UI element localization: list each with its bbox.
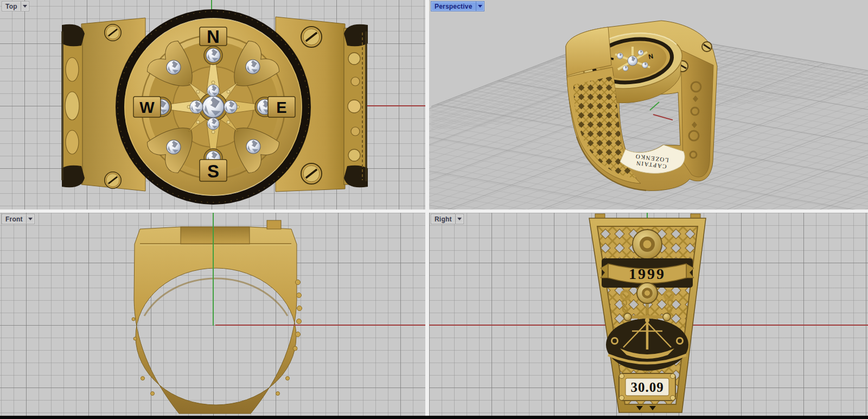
viewport-divider-horizontal[interactable] [0, 210, 868, 213]
ring-perspective-view[interactable]: N CAPTAIN LOZENKO [429, 0, 868, 210]
compass-letter-n: N [207, 27, 220, 47]
viewport-menu-arrow-icon[interactable] [21, 2, 29, 11]
compass-letter-w: W [139, 99, 155, 116]
ring-front-view[interactable] [0, 213, 425, 416]
cad-workspace: N S W E Top [0, 0, 868, 419]
viewport-menu-arrow-icon[interactable] [26, 214, 34, 224]
viewport-menu-arrow-icon[interactable] [476, 2, 484, 11]
compass-letter-s: S [207, 161, 219, 181]
viewport-tab-label: Top [2, 2, 21, 11]
compass-face[interactable]: N S W E [118, 11, 309, 202]
ring-top-view[interactable]: N S W E [0, 0, 425, 210]
engraving-3009: 30.09 [630, 380, 663, 395]
viewport-tab-right[interactable]: Right [431, 214, 464, 224]
ring-right-view[interactable]: 1999 [429, 213, 868, 416]
viewport-tab-label: Right [431, 214, 455, 224]
bottom-black-bar [0, 416, 868, 419]
date-plaque: 30.09 [619, 373, 675, 401]
viewport-tab-label: Perspective [431, 2, 476, 11]
viewport-right[interactable]: 1999 [429, 213, 868, 416]
ring-side-panel[interactable]: 1999 [581, 214, 717, 414]
viewport-tab-front[interactable]: Front [2, 214, 35, 224]
viewport-perspective[interactable]: N CAPTAIN LOZENKO [429, 0, 868, 210]
screw-icon [301, 163, 322, 184]
viewport-front[interactable]: Front [0, 213, 425, 416]
compass-letter-e: E [276, 99, 286, 116]
ring-silhouette[interactable] [132, 220, 302, 414]
screw-icon [301, 27, 322, 47]
bezel-ornament [633, 230, 662, 259]
viewport-tab-perspective[interactable]: Perspective [431, 1, 484, 11]
screw-icon [105, 24, 121, 41]
viewport-top[interactable]: N S W E Top [0, 0, 425, 210]
screw-icon [105, 172, 121, 188]
viewport-tab-top[interactable]: Top [2, 1, 29, 11]
diamond-gems [152, 46, 275, 167]
viewport-tab-label: Front [2, 214, 26, 224]
viewport-menu-arrow-icon[interactable] [455, 214, 463, 224]
engraving-1999: 1999 [629, 265, 666, 282]
